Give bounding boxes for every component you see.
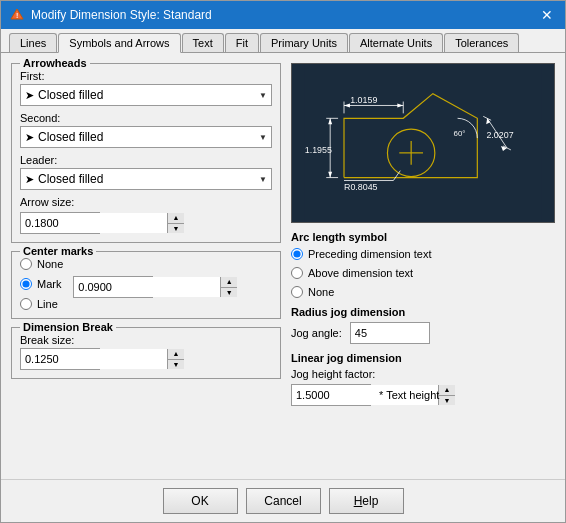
arc-length-label: Arc length symbol	[291, 231, 555, 243]
help-button[interactable]: Help	[329, 488, 404, 514]
jog-angle-label: Jog angle:	[291, 327, 342, 339]
linear-jog-row: ▲ ▼ * Text height	[291, 384, 555, 406]
tab-tolerances[interactable]: Tolerances	[444, 33, 519, 52]
arrow-icon-first: ➤	[25, 89, 34, 102]
above-radio[interactable]	[291, 267, 303, 279]
dim-text-1: 1.0159	[350, 95, 377, 105]
above-label: Above dimension text	[308, 267, 413, 279]
leader-label: Leader:	[20, 154, 272, 166]
main-content: Arrowheads First: ➤ Closed filled ▼ Seco…	[1, 53, 565, 479]
center-marks-label: Center marks	[20, 245, 96, 257]
jog-height-up-button[interactable]: ▲	[439, 385, 455, 395]
none-arc-radio-row[interactable]: None	[291, 286, 555, 298]
center-size-up-button[interactable]: ▲	[221, 277, 237, 287]
dim-text-4: R0.8045	[344, 182, 378, 192]
break-size-input[interactable]	[21, 349, 167, 369]
linear-jog-section: Linear jog dimension Jog height factor: …	[291, 352, 555, 406]
radius-jog-section: Radius jog dimension Jog angle:	[291, 306, 555, 344]
leader-dropdown[interactable]: ➤ Closed filled ▼	[20, 168, 272, 190]
preview-svg: 1.0159 1.1955 2.0207 60° R0.8045	[292, 64, 554, 222]
line-radio[interactable]	[20, 298, 32, 310]
tab-fit[interactable]: Fit	[225, 33, 259, 52]
arrow-size-spin-buttons: ▲ ▼	[167, 213, 184, 233]
linear-jog-label: Linear jog dimension	[291, 352, 555, 364]
jog-height-label: Jog height factor:	[291, 368, 555, 380]
linear-jog-spin-buttons: ▲ ▼	[438, 385, 455, 405]
left-panel: Arrowheads First: ➤ Closed filled ▼ Seco…	[11, 63, 281, 469]
above-radio-row[interactable]: Above dimension text	[291, 267, 555, 279]
preceding-radio-row[interactable]: Preceding dimension text	[291, 248, 555, 260]
preceding-radio[interactable]	[291, 248, 303, 260]
dim-text-3: 2.0207	[486, 130, 513, 140]
break-size-down-button[interactable]: ▼	[168, 359, 184, 370]
tab-primary-units[interactable]: Primary Units	[260, 33, 348, 52]
arrowheads-group: Arrowheads First: ➤ Closed filled ▼ Seco…	[11, 63, 281, 243]
tab-bar: Lines Symbols and Arrows Text Fit Primar…	[1, 29, 565, 53]
leader-value: Closed filled	[38, 172, 103, 186]
break-size-label: Break size:	[20, 334, 272, 346]
titlebar-left: ! Modify Dimension Style: Standard	[9, 7, 212, 23]
none-radio[interactable]	[20, 258, 32, 270]
svg-text:!: !	[16, 12, 18, 19]
none-radio-row[interactable]: None	[20, 258, 63, 270]
mark-radio-row[interactable]: Mark	[20, 278, 63, 290]
preceding-label: Preceding dimension text	[308, 248, 432, 260]
linear-jog-spin[interactable]: ▲ ▼	[291, 384, 371, 406]
line-radio-row[interactable]: Line	[20, 298, 63, 310]
tab-alternate-units[interactable]: Alternate Units	[349, 33, 443, 52]
first-dropdown[interactable]: ➤ Closed filled ▼	[20, 84, 272, 106]
cancel-button[interactable]: Cancel	[246, 488, 321, 514]
arrow-size-down-button[interactable]: ▼	[168, 223, 184, 234]
arc-length-group: Arc length symbol Preceding dimension te…	[291, 231, 555, 298]
svg-rect-2	[305, 64, 542, 222]
break-size-up-button[interactable]: ▲	[168, 349, 184, 359]
center-size-input[interactable]	[74, 277, 220, 297]
jog-height-down-button[interactable]: ▼	[439, 395, 455, 406]
mark-radio-label: Mark	[37, 278, 61, 290]
arrow-size-label: Arrow size:	[20, 196, 272, 208]
radius-jog-label: Radius jog dimension	[291, 306, 555, 318]
arrow-size-spin[interactable]: ▲ ▼	[20, 212, 100, 234]
chevron-down-icon-first: ▼	[259, 91, 267, 100]
arrow-icon-second: ➤	[25, 131, 34, 144]
tab-lines[interactable]: Lines	[9, 33, 57, 52]
second-value: Closed filled	[38, 130, 103, 144]
arrow-size-input[interactable]	[21, 213, 167, 233]
first-field-row: First: ➤ Closed filled ▼	[20, 70, 272, 106]
second-dropdown[interactable]: ➤ Closed filled ▼	[20, 126, 272, 148]
break-size-row: Break size: ▲ ▼	[20, 334, 272, 370]
center-size-spin[interactable]: ▲ ▼	[73, 276, 153, 298]
arrow-icon-leader: ➤	[25, 173, 34, 186]
jog-angle-input[interactable]	[350, 322, 430, 344]
titlebar: ! Modify Dimension Style: Standard ✕	[1, 1, 565, 29]
first-label: First:	[20, 70, 272, 82]
preview-box: 1.0159 1.1955 2.0207 60° R0.8045	[291, 63, 555, 223]
tab-text[interactable]: Text	[182, 33, 224, 52]
mark-radio[interactable]	[20, 278, 32, 290]
first-value: Closed filled	[38, 88, 103, 102]
center-marks-layout: None Mark Line	[20, 258, 272, 310]
break-size-spin[interactable]: ▲ ▼	[20, 348, 100, 370]
chevron-down-icon-leader: ▼	[259, 175, 267, 184]
main-window: ! Modify Dimension Style: Standard ✕ Lin…	[0, 0, 566, 523]
app-icon: !	[9, 7, 25, 23]
dim-text-2: 1.1955	[305, 145, 332, 155]
center-marks-radios: None Mark Line	[20, 258, 63, 310]
arrow-size-up-button[interactable]: ▲	[168, 213, 184, 223]
second-field-row: Second: ➤ Closed filled ▼	[20, 112, 272, 148]
dim-text-5: 60°	[454, 129, 466, 138]
center-size-spin-buttons: ▲ ▼	[220, 277, 237, 297]
right-panel: 1.0159 1.1955 2.0207 60° R0.8045 A	[291, 63, 555, 469]
ok-button[interactable]: OK	[163, 488, 238, 514]
break-size-spin-buttons: ▲ ▼	[167, 349, 184, 369]
footer: OK Cancel Help	[1, 479, 565, 522]
chevron-down-icon-second: ▼	[259, 133, 267, 142]
none-arc-radio[interactable]	[291, 286, 303, 298]
close-button[interactable]: ✕	[537, 5, 557, 25]
leader-field-row: Leader: ➤ Closed filled ▼	[20, 154, 272, 190]
none-radio-label: None	[37, 258, 63, 270]
center-size-down-button[interactable]: ▼	[221, 287, 237, 298]
tab-symbols-arrows[interactable]: Symbols and Arrows	[58, 33, 180, 53]
arrow-size-row: Arrow size: ▲ ▼	[20, 196, 272, 234]
arrowheads-label: Arrowheads	[20, 57, 90, 69]
